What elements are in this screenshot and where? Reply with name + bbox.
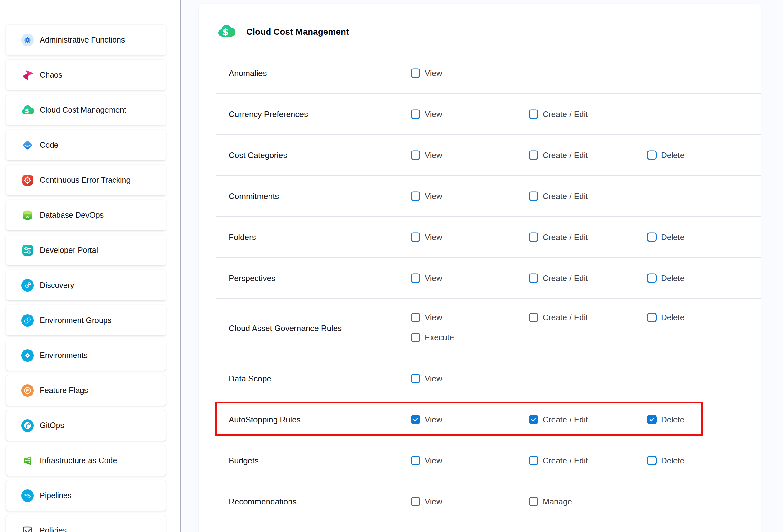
view-checkbox[interactable] [411,232,420,242]
gear-icon [21,34,34,46]
resource-label: Currency Preferences [229,109,308,119]
permission-option-manage: Manage [529,497,572,506]
resource-label: Cost Categories [229,150,287,160]
sidebar-item-continuous-error-tracking[interactable]: Continuous Error Tracking [6,165,166,195]
sidebar-item-discovery[interactable]: Discovery [6,270,166,301]
manage-checkbox[interactable] [529,497,538,506]
checkbox-label: View [425,191,442,201]
create-edit-checkbox[interactable] [529,415,538,424]
permission-option-create-edit: Create / Edit [529,109,588,119]
sidebar-item-policies[interactable]: Policies [6,515,166,532]
resource-label: Data Scope [229,374,271,383]
delete-checkbox[interactable] [647,232,657,242]
permission-option-execute: Execute [411,333,454,342]
create-edit-checkbox[interactable] [529,109,538,119]
sidebar-item-infrastructure-as-code[interactable]: Infrastructure as Code [6,445,166,476]
view-checkbox[interactable] [411,109,420,119]
sidebar-item-pipelines[interactable]: Pipelines [6,480,166,511]
error-target-icon [21,174,34,187]
checkbox-label: View [425,68,442,78]
view-checkbox[interactable] [411,374,420,383]
checkbox-label: View [425,232,442,242]
create-edit-checkbox[interactable] [529,456,538,465]
checkbox-label: Create / Edit [543,109,588,119]
view-checkbox[interactable] [411,274,420,283]
permission-option-delete: Delete [647,232,684,242]
sidebar-item-administrative-functions[interactable]: Administrative Functions [6,25,166,55]
resource-label: Anomalies [229,68,267,78]
checkbox-label: Execute [425,333,454,342]
create-edit-checkbox[interactable] [529,151,538,160]
svg-text:</>: </> [24,143,31,147]
view-checkbox[interactable] [411,68,420,78]
checkbox-label: View [425,150,442,160]
checkbox-label: Create / Edit [543,313,588,322]
permissions-panel: $ Cloud Cost Management Anomalies View C… [199,4,761,532]
checkbox-label: Create / Edit [543,232,588,242]
view-checkbox[interactable] [411,415,420,424]
checkbox-label: View [425,109,442,119]
view-checkbox[interactable] [411,313,420,322]
svg-text:$: $ [222,27,228,37]
permission-option-view: View [411,374,442,383]
permission-option-create-edit: Create / Edit [529,456,588,465]
chaos-arrows-icon [21,69,34,81]
permission-option-create-edit: Create / Edit [529,313,588,322]
create-edit-checkbox[interactable] [529,232,538,242]
sidebar-item-environments[interactable]: Environments [6,340,166,371]
permission-option-create-edit: Create / Edit [529,150,588,160]
permission-option-create-edit: Create / Edit [529,191,588,201]
sidebar-item-developer-portal[interactable]: Developer Portal [6,235,166,265]
checkbox-label: View [425,273,442,283]
create-edit-checkbox[interactable] [529,191,538,201]
sliders-icon [21,244,34,257]
sidebar-item-label: Code [40,140,59,150]
delete-checkbox[interactable] [647,151,657,160]
permission-option-create-edit: Create / Edit [529,273,588,283]
permission-row-commitments: Commitments View Create / Edit [216,176,761,217]
permission-option-view: View [411,68,442,78]
create-edit-checkbox[interactable] [529,313,538,322]
permission-row-folders: Folders View Create / Edit Delete [216,217,761,258]
sidebar-item-chaos[interactable]: Chaos [6,60,166,90]
permission-row-perspectives: Perspectives View Create / Edit Delete [216,258,761,299]
permission-rows: Anomalies View Currency Preferences View… [216,53,761,522]
resource-label: Cloud Asset Governance Rules [229,323,342,333]
delete-checkbox[interactable] [647,415,657,424]
resource-label: Perspectives [229,273,275,283]
delete-checkbox[interactable] [647,456,657,465]
sidebar-item-feature-flags[interactable]: Feature Flags [6,375,166,406]
panel-header: $ Cloud Cost Management [218,24,349,39]
delete-checkbox[interactable] [647,274,657,283]
permission-row-data-scope: Data Scope View [216,358,761,399]
checkbox-label: View [425,456,442,465]
create-edit-checkbox[interactable] [529,274,538,283]
permission-option-delete: Delete [647,313,684,322]
permission-option-delete: Delete [647,415,684,424]
permission-option-view: View [411,232,442,242]
sidebar-item-gitops[interactable]: GitOps [6,410,166,441]
sidebar-item-database-devops[interactable]: ∞ Database DevOps [6,200,166,230]
view-checkbox[interactable] [411,497,420,506]
sidebar-item-label: Administrative Functions [40,35,125,44]
view-checkbox[interactable] [411,191,420,201]
checkbox-label: Create / Edit [543,150,588,160]
view-checkbox[interactable] [411,456,420,465]
svg-text:∞: ∞ [25,213,30,219]
permission-row-budgets: Budgets View Create / Edit Delete [216,440,761,481]
module-list: Administrative Functions Chaos $ Cloud C… [0,0,180,532]
sidebar-item-environment-groups[interactable]: Environment Groups [6,305,166,336]
sidebar-item-label: Continuous Error Tracking [40,176,130,185]
view-checkbox[interactable] [411,151,420,160]
sidebar-item-code[interactable]: </> Code [6,130,166,160]
sidebar-item-label: Policies [40,526,67,532]
resource-label: AutoStopping Rules [229,415,301,424]
delete-checkbox[interactable] [647,313,657,322]
permission-option-delete: Delete [647,150,684,160]
checkbox-label: Delete [661,456,684,465]
sidebar-item-cloud-cost-management[interactable]: $ Cloud Cost Management [6,95,166,125]
execute-checkbox[interactable] [411,333,420,342]
permission-option-create-edit: Create / Edit [529,415,588,424]
flag-icon [21,384,34,397]
permission-option-view: View [411,150,442,160]
